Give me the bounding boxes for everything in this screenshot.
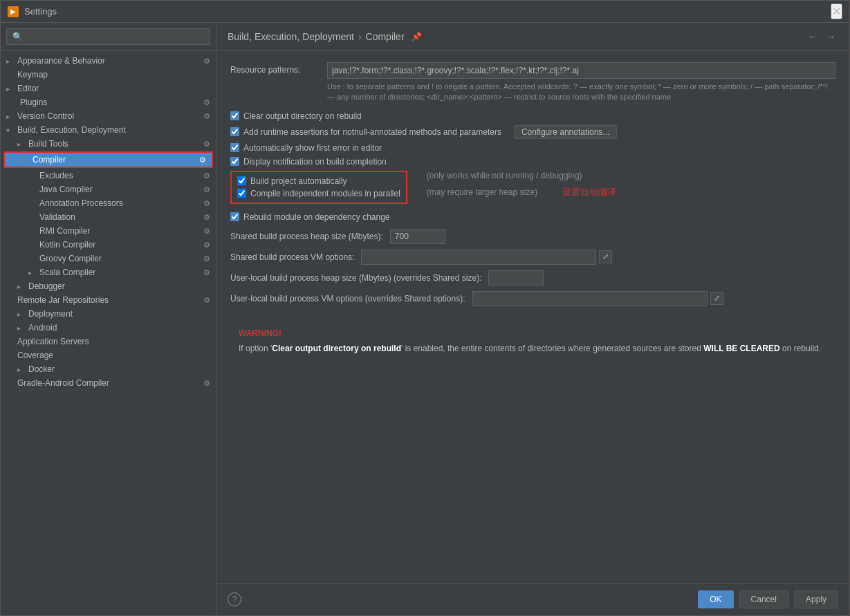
sidebar-item-build-tools[interactable]: Build Tools ⚙ — [1, 137, 216, 151]
sidebar-item-label: Version Control — [17, 111, 203, 121]
resource-patterns-wrap: Use ; to separate patterns and ! to nega… — [327, 62, 835, 103]
title-bar: ▶ Settings ✕ — [1, 1, 849, 23]
sidebar-item-remote-jar[interactable]: Remote Jar Repositories ⚙ — [1, 293, 216, 307]
vm-options-expand-button[interactable]: ⤢ — [599, 250, 612, 263]
sidebar-item-build-exec-deploy[interactable]: Build, Execution, Deployment — [1, 123, 216, 137]
sidebar-item-groovy-compiler[interactable]: Groovy Compiler ⚙ — [1, 252, 216, 265]
expand-icon — [17, 283, 28, 290]
sidebar-item-label: Editor — [17, 84, 210, 93]
breadcrumb-nav: ← → — [805, 30, 838, 44]
main-content: Appearance & Behavior ⚙ Keymap Editor — [1, 23, 849, 615]
rebuild-module-label: Rebuild module on dependency change — [243, 212, 390, 222]
expand-icon — [17, 310, 28, 318]
build-compile-section: Build project automatically Compile inde… — [230, 171, 835, 208]
sidebar-item-plugins[interactable]: Plugins ⚙ — [1, 95, 216, 109]
sidebar-item-annotation-processors[interactable]: Annotation Processors ⚙ — [1, 196, 216, 210]
show-first-error-checkbox[interactable] — [230, 143, 239, 152]
add-runtime-label: Add runtime assertions for notnull-annot… — [243, 127, 501, 137]
sidebar-item-android[interactable]: Android — [1, 321, 216, 335]
clear-output-checkbox[interactable] — [230, 111, 239, 120]
sidebar-item-label: Build Tools — [28, 139, 203, 149]
sidebar-item-deployment[interactable]: Deployment — [1, 307, 216, 321]
settings-window: ▶ Settings ✕ Appearance & Behavior ⚙ Key… — [0, 0, 850, 616]
configure-annotations-button[interactable]: Configure annotations... — [514, 125, 617, 139]
sidebar-item-debugger[interactable]: Debugger — [1, 279, 216, 293]
sidebar-item-label: Plugins — [20, 97, 47, 107]
red-annotation: 设置自动编译 — [562, 186, 616, 198]
pin-icon: 📌 — [412, 32, 422, 41]
forward-button[interactable]: → — [823, 30, 838, 44]
sidebar-item-label: Build, Execution, Deployment — [17, 125, 210, 135]
user-heap-size-input[interactable] — [488, 270, 544, 286]
sidebar-item-java-compiler[interactable]: Java Compiler ⚙ — [1, 183, 216, 196]
build-compile-highlight: Build project automatically Compile inde… — [230, 171, 407, 204]
heap-size-input[interactable] — [390, 229, 445, 244]
sidebar-item-version-control[interactable]: Version Control ⚙ — [1, 109, 216, 123]
notes-column: (only works while not running / debuggin… — [418, 171, 616, 198]
sidebar-item-label: Deployment — [28, 309, 210, 319]
sidebar-item-label: Java Compiler — [39, 185, 203, 194]
search-input[interactable] — [6, 28, 210, 45]
gear-icon: ⚙ — [203, 112, 210, 121]
warning-box: WARNING! If option 'Clear output directo… — [230, 320, 835, 363]
gear-icon: ⚙ — [203, 254, 210, 263]
resource-patterns-row: Resource patterns: Use ; to separate pat… — [230, 62, 835, 103]
clear-output-label: Clear output directory on rebuild — [243, 111, 362, 121]
sidebar-item-label: Annotation Processors — [39, 198, 203, 208]
sidebar-item-kotlin-compiler[interactable]: Kotlin Compiler ⚙ — [1, 238, 216, 252]
sidebar-item-label: Debugger — [28, 281, 210, 291]
sidebar-item-compiler[interactable]: Compiler ⚙ — [3, 151, 213, 168]
sidebar-item-label: Excludes — [39, 171, 203, 180]
apply-button[interactable]: Apply — [794, 590, 838, 608]
search-bar — [1, 23, 216, 51]
back-button[interactable]: ← — [805, 30, 820, 44]
sidebar-item-appearance[interactable]: Appearance & Behavior ⚙ — [1, 54, 216, 68]
breadcrumb-path2: Compiler — [366, 31, 405, 42]
compile-modules-label: Compile independent modules in parallel — [250, 189, 400, 198]
sidebar-item-rmi-compiler[interactable]: RMI Compiler ⚙ — [1, 224, 216, 238]
gear-icon: ⚙ — [203, 268, 210, 277]
vm-options-input[interactable] — [361, 250, 596, 265]
gear-icon: ⚙ — [203, 241, 210, 250]
user-vm-options-expand-button[interactable]: ⤢ — [710, 292, 723, 305]
sidebar-item-gradle-android[interactable]: Gradle-Android Compiler ⚙ — [1, 376, 216, 390]
sidebar-item-validation[interactable]: Validation ⚙ — [1, 210, 216, 224]
resource-patterns-label: Resource patterns: — [230, 62, 327, 75]
add-runtime-checkbox[interactable] — [230, 127, 239, 136]
gear-icon: ⚙ — [203, 199, 210, 208]
user-vm-options-label: User-local build process VM options (ove… — [230, 294, 465, 304]
bottom-bar: ? OK Cancel Apply — [216, 583, 849, 615]
ok-button[interactable]: OK — [698, 590, 733, 608]
compile-modules-note: (may require larger heap size) — [427, 187, 537, 197]
display-notification-checkbox[interactable] — [230, 157, 239, 166]
show-first-error-label: Automatically show first error in editor — [243, 143, 382, 153]
cancel-button[interactable]: Cancel — [739, 590, 788, 608]
sidebar-item-scala-compiler[interactable]: Scala Compiler ⚙ — [1, 265, 216, 279]
sidebar-item-keymap[interactable]: Keymap — [1, 68, 216, 82]
sidebar-item-coverage[interactable]: Coverage — [1, 348, 216, 362]
user-heap-size-row: User-local build process heap size (Mbyt… — [230, 270, 835, 286]
sidebar-item-excludes[interactable]: Excludes ⚙ — [1, 169, 216, 183]
sidebar-item-application-servers[interactable]: Application Servers — [1, 335, 216, 348]
compile-modules-row: Compile independent modules in parallel — [237, 189, 400, 198]
sidebar-tree: Appearance & Behavior ⚙ Keymap Editor — [1, 51, 216, 615]
sidebar-item-editor[interactable]: Editor — [1, 82, 216, 95]
gear-icon: ⚙ — [203, 296, 210, 305]
warning-title: WARNING! — [239, 328, 827, 338]
vm-options-row: Shared build process VM options: ⤢ — [230, 250, 835, 265]
heap-size-row: Shared build process heap size (Mbytes): — [230, 229, 835, 244]
close-button[interactable]: ✕ — [831, 3, 842, 19]
warning-text: If option 'Clear output directory on reb… — [239, 342, 827, 355]
user-vm-options-input[interactable] — [472, 291, 708, 306]
sidebar-item-label: Coverage — [17, 351, 210, 360]
help-button[interactable]: ? — [228, 592, 241, 606]
gear-icon: ⚙ — [203, 140, 210, 149]
rebuild-module-checkbox[interactable] — [230, 212, 239, 221]
build-project-checkbox[interactable] — [237, 176, 246, 185]
right-panel: Build, Execution, Deployment › Compiler … — [216, 23, 849, 615]
compile-modules-checkbox[interactable] — [237, 189, 246, 198]
rebuild-module-row: Rebuild module on dependency change — [230, 212, 835, 222]
build-project-row: Build project automatically — [237, 176, 400, 186]
resource-patterns-input[interactable] — [327, 62, 835, 79]
sidebar-item-docker[interactable]: Docker — [1, 362, 216, 376]
